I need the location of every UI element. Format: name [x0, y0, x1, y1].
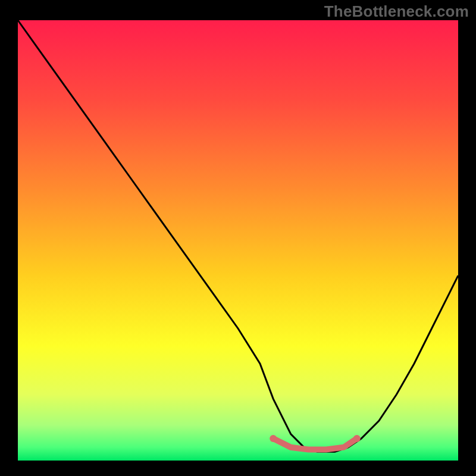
- optimal-range-endpoint-right: [353, 435, 361, 442]
- bottleneck-chart: TheBottleneck.com: [0, 0, 476, 476]
- chart-svg: [0, 0, 476, 476]
- watermark-text: TheBottleneck.com: [324, 2, 469, 21]
- plot-background: [18, 20, 458, 461]
- optimal-range-endpoint-left: [270, 435, 277, 442]
